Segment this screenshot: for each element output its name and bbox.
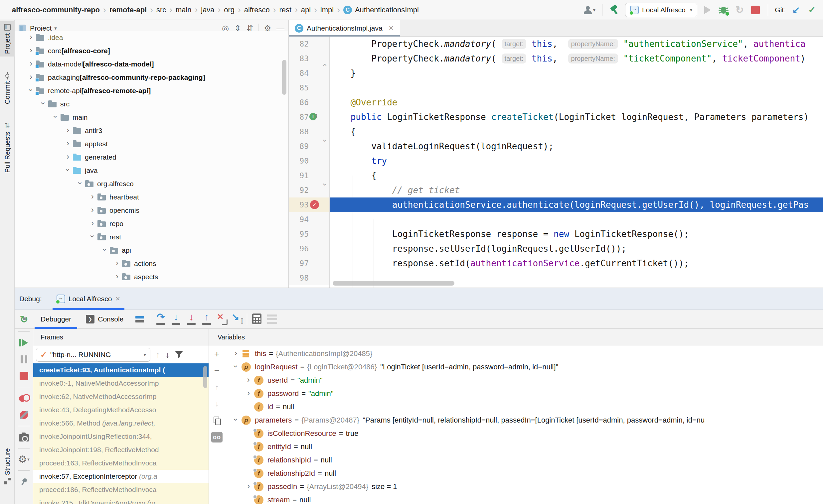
chevron-collapsed-icon[interactable]: › <box>243 375 254 384</box>
debug-settings-button[interactable]: ⚙ <box>17 453 31 466</box>
previous-frame-button[interactable]: ↑ <box>156 350 160 360</box>
step-out-button[interactable]: ↑ <box>199 312 214 326</box>
stack-frame[interactable]: invoke0:-1, NativeMethodAccessorImp <box>33 377 208 390</box>
fold-marker-icon[interactable]: ⌄ <box>321 134 328 144</box>
code-line-97[interactable]: 97 response.setId(authenticationService.… <box>289 256 823 271</box>
chevron-collapsed-icon[interactable]: › <box>26 59 36 68</box>
code-line-90[interactable]: 90 try <box>289 154 823 168</box>
debug-session-tab[interactable]: Local Alfresco ✕ <box>50 288 127 310</box>
add-watch-button[interactable]: + <box>211 349 222 359</box>
chevron-expanded-icon[interactable]: › <box>100 245 110 255</box>
user-account-button[interactable]: ▾ <box>584 4 596 16</box>
chevron-expanded-icon[interactable]: › <box>75 178 85 188</box>
step-into-button[interactable]: ↓ <box>168 312 184 326</box>
chevron-collapsed-icon[interactable]: › <box>243 388 254 398</box>
code-line-86[interactable]: 86 @Override <box>289 95 823 110</box>
stack-frame[interactable]: invoke:43, DelegatingMethodAccesso <box>33 403 208 417</box>
force-step-into-button[interactable]: ↓ <box>184 312 199 326</box>
stripe-tab-commit[interactable]: Commit <box>0 70 15 107</box>
stack-frame[interactable]: proceed:186, ReflectiveMethodInvoca <box>33 483 208 496</box>
tree-item-data-model[interactable]: ›data-model [alfresco-data-model] <box>15 57 288 71</box>
breadcrumb-item[interactable]: api <box>301 6 311 14</box>
duplicate-watch-button[interactable] <box>211 415 222 426</box>
chevron-expanded-icon[interactable]: › <box>231 361 240 372</box>
tree-item-core[interactable]: ›core [alfresco-core] <box>15 44 288 57</box>
show-watches-toggle[interactable]: oo <box>211 432 222 443</box>
rerun-button[interactable]: ↻ <box>20 313 28 325</box>
stripe-tab-structure[interactable]: Structure <box>0 446 15 487</box>
stop-session-button[interactable] <box>17 369 31 383</box>
breadcrumb-item[interactable]: alfresco-community-repo <box>12 6 100 14</box>
move-watch-up-button[interactable]: ↑ <box>211 382 222 393</box>
overrides-method-icon[interactable]: I↑ <box>309 112 323 122</box>
step-over-button[interactable]: ↷ <box>153 312 168 326</box>
code-line-93[interactable]: 93✓ authenticationService.authenticate(l… <box>289 198 823 212</box>
fold-marker-icon[interactable]: ⌃ <box>321 62 328 72</box>
chevron-collapsed-icon[interactable]: › <box>112 272 122 281</box>
next-frame-button[interactable]: ↓ <box>165 350 170 360</box>
debug-button[interactable] <box>718 4 729 16</box>
code-line-83[interactable]: 83 PropertyCheck.mandatory( target: this… <box>289 51 823 66</box>
variable-relationship2Id[interactable]: frelationship2Id=null <box>225 467 823 480</box>
tree-item-main[interactable]: ›main <box>15 111 288 124</box>
resume-button[interactable] <box>17 336 31 349</box>
code-line-82[interactable]: 82 PropertyCheck.mandatory( target: this… <box>289 37 823 51</box>
chevron-down-icon[interactable]: ▾ <box>54 25 57 31</box>
variable-stream[interactable]: fstream=null <box>225 493 823 504</box>
stack-frame[interactable]: invoke:215, JdkDynamicAopProxy (or <box>33 496 208 504</box>
tree-item-src[interactable]: ›src <box>15 97 288 111</box>
layout-options-button[interactable] <box>135 316 144 322</box>
code-line-85[interactable]: 85 <box>289 80 823 95</box>
code-line-87[interactable]: 87I↑ public LoginTicketResponse createTi… <box>289 110 823 124</box>
tree-item-opencmis[interactable]: ›opencmis <box>15 204 288 217</box>
code-line-89[interactable]: 89 validateLoginRequest(loginRequest); <box>289 139 823 154</box>
git-update-button[interactable]: ↙ <box>790 4 802 16</box>
variable-password[interactable]: ›fpassword="admin" <box>225 387 823 400</box>
breadcrumb-item[interactable]: impl <box>320 6 334 14</box>
breadcrumb-item[interactable]: alfresco <box>244 6 270 14</box>
stack-frame[interactable]: createTicket:93, AuthenticationsImpl ( <box>33 363 208 377</box>
close-icon[interactable]: ✕ <box>115 295 120 302</box>
breadcrumb-item[interactable]: src <box>156 6 166 14</box>
chevron-collapsed-icon[interactable]: › <box>88 205 98 214</box>
pin-tab-button[interactable] <box>17 475 31 488</box>
tree-item-java[interactable]: ›java <box>15 164 288 177</box>
view-breakpoints-button[interactable] <box>17 392 31 405</box>
variable-parameters[interactable]: ›pparameters={Params@20487}"Params [enti… <box>225 414 823 427</box>
tree-item-rest[interactable]: ›rest <box>15 230 288 244</box>
chevron-collapsed-icon[interactable]: › <box>26 72 36 81</box>
chevron-collapsed-icon[interactable]: › <box>230 348 241 358</box>
close-icon[interactable]: ✕ <box>388 24 394 32</box>
thread-dump-button[interactable] <box>17 431 31 444</box>
tree-item-antlr3[interactable]: ›antlr3 <box>15 124 288 137</box>
profile-button[interactable]: ↻ <box>734 4 745 16</box>
evaluate-expression-button[interactable] <box>249 312 265 326</box>
editor-tab-authenticationsimpl[interactable]: C AuthenticationsImpl.java ✕ <box>289 20 400 36</box>
project-tree-scrollbar[interactable] <box>282 60 287 95</box>
code-line-92[interactable]: 92 // get ticket <box>289 183 823 198</box>
tree-item-repo[interactable]: ›repo <box>15 217 288 230</box>
tree-item-heartbeat[interactable]: ›heartbeat <box>15 191 288 204</box>
tab-debugger[interactable]: Debugger <box>33 310 78 329</box>
code-line-88[interactable]: 88⌄ { <box>289 124 823 139</box>
breadcrumb-item[interactable]: main <box>176 6 192 14</box>
stack-frame[interactable]: invokeJoinpoint:198, ReflectiveMethod <box>33 443 208 457</box>
breadcrumb-item[interactable]: org <box>224 6 234 14</box>
hide-library-frames-filter[interactable] <box>175 351 183 358</box>
tree-item-remote-api[interactable]: ›remote-api [alfresco-remote-api] <box>15 84 288 97</box>
tree-item-aspects[interactable]: ›aspects <box>15 270 288 284</box>
breadcrumb-item[interactable]: CAuthenticationsImpl <box>343 6 419 14</box>
fold-marker-icon[interactable]: ⌄ <box>321 178 328 188</box>
code-area[interactable]: 82 PropertyCheck.mandatory( target: this… <box>289 37 823 288</box>
tree-item-api[interactable]: ›api <box>15 244 288 257</box>
tree-item-org.alfresco[interactable]: ›org.alfresco <box>15 177 288 191</box>
mute-breakpoints-button[interactable] <box>17 408 31 422</box>
tree-item-generated[interactable]: ›generated <box>15 151 288 164</box>
thread-selector[interactable]: ✓ "http-n... RUNNING ▾ <box>36 348 150 362</box>
frames-scrollbar[interactable] <box>203 366 207 388</box>
stack-frame[interactable]: invoke:57, ExceptionInterceptor (org.a <box>33 470 208 483</box>
tree-item-actions[interactable]: ›actions <box>15 257 288 270</box>
run-button[interactable] <box>702 4 713 16</box>
variable-id[interactable]: fid=null <box>225 400 823 414</box>
variable-entityId[interactable]: fentityId=null <box>225 440 823 454</box>
